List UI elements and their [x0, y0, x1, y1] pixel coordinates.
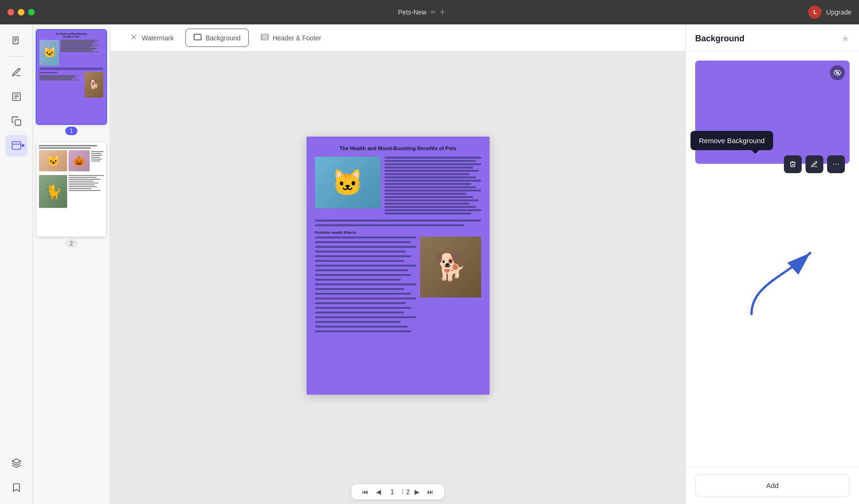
thumb-2-bot-img: 🐈: [39, 175, 67, 208]
sidebar-icons: [0, 24, 33, 504]
right-panel-footer: Add: [686, 466, 859, 504]
sidebar-item-pen[interactable]: [6, 61, 27, 83]
header-footer-tab-label: Header & Footer: [273, 34, 322, 42]
doc-health-text: [315, 237, 416, 334]
delete-background-button[interactable]: [784, 155, 802, 173]
close-button[interactable]: [8, 9, 14, 15]
page-1-thumbnail[interactable]: The Health and Mood-BoostingBenefits of …: [37, 30, 106, 135]
document-title: The Health and Mood-Boosting Benefits of…: [315, 145, 481, 152]
right-panel: Background ★ Remove Background: [685, 24, 859, 504]
top-toolbar: Watermark Background Hea: [110, 24, 685, 52]
toggle-visibility-button[interactable]: [830, 65, 845, 80]
titlebar-center: Pets-New ✏ +: [39, 7, 804, 18]
thumb-section-label: Possible Health Effects: [39, 72, 83, 74]
tab-background[interactable]: Background: [185, 29, 249, 47]
main-container: The Health and Mood-BoostingBenefits of …: [0, 24, 859, 504]
titlebar-right: L Upgrade: [808, 6, 851, 19]
action-buttons: [784, 155, 845, 173]
doc-cat-image: 🐱: [315, 157, 381, 208]
remove-background-tooltip: Remove Background: [690, 131, 773, 150]
sidebar-item-stack[interactable]: [6, 452, 27, 474]
health-effects-label: Possible Health Effects: [315, 230, 481, 235]
watermark-tab-icon: [130, 33, 138, 43]
sidebar-item-background[interactable]: [6, 135, 27, 156]
page-1-preview[interactable]: The Health and Mood-BoostingBenefits of …: [37, 30, 106, 124]
maximize-button[interactable]: [28, 9, 35, 15]
page-total: 2: [406, 488, 410, 496]
arrow-indicator: [723, 229, 817, 323]
right-panel-header: Background ★: [686, 24, 859, 51]
doc-main-row: 🐱: [315, 157, 481, 216]
right-panel-title: Background: [695, 34, 744, 44]
doc-dog-image: 🐕: [420, 237, 481, 298]
svg-rect-0: [13, 37, 18, 44]
sidebar-divider-1: [9, 56, 23, 57]
svg-rect-8: [15, 120, 21, 125]
sidebar-item-notes[interactable]: [6, 86, 27, 107]
edit-background-button[interactable]: [805, 155, 823, 173]
pagination-bar: ⏮ ◀ 1 / 2 ▶ ⏭: [110, 480, 685, 504]
sidebar-item-bookmark[interactable]: [6, 477, 27, 498]
pages-panel: The Health and Mood-BoostingBenefits of …: [33, 24, 110, 504]
thumb-text-lines: [61, 40, 103, 66]
page-number-input[interactable]: 1: [386, 488, 399, 496]
add-tab-icon[interactable]: +: [440, 7, 445, 18]
page-slash: /: [401, 488, 405, 496]
scientists-text: [315, 220, 481, 228]
background-preview-container: Remove Background: [695, 61, 850, 164]
user-avatar[interactable]: L: [808, 6, 821, 19]
page-next-button[interactable]: ▶: [412, 486, 422, 497]
header-footer-tab-icon: [261, 33, 269, 43]
background-preview: Remove Background: [695, 61, 850, 164]
background-tab-label: Background: [206, 34, 241, 42]
page-2-preview[interactable]: 🐱 🎃 🐈: [37, 143, 106, 237]
minimize-button[interactable]: [18, 9, 24, 15]
t2-line: [39, 147, 91, 149]
thumb-dog-image: 🐕: [84, 72, 103, 98]
page-prev-button[interactable]: ◀: [373, 486, 384, 497]
add-background-button[interactable]: Add: [695, 474, 850, 496]
svg-point-19: [836, 164, 836, 165]
t2-line: [39, 145, 97, 146]
thumb-2-img2: 🎃: [69, 150, 90, 171]
thumb-cat-image: 🐱: [39, 40, 59, 66]
divider-line: [39, 68, 103, 70]
document-page: The Health and Mood-Boosting Benefits of…: [307, 137, 490, 395]
more-options-button[interactable]: [827, 155, 845, 173]
doc-bottom-row: 🐕: [315, 237, 481, 334]
doc-intro-text: [384, 157, 481, 216]
thumb-1-title: The Health and Mood-BoostingBenefits of …: [39, 33, 103, 38]
traffic-lights: [8, 9, 35, 15]
page-1-number: 1: [65, 127, 78, 135]
tab-watermark[interactable]: Watermark: [122, 29, 182, 47]
page-2-number: 2: [65, 239, 78, 248]
svg-point-18: [833, 164, 834, 165]
document-title: Pets-New: [398, 8, 427, 16]
page-last-button[interactable]: ⏭: [424, 486, 437, 497]
favorite-button[interactable]: ★: [841, 33, 850, 44]
active-indicator: [22, 144, 24, 147]
sidebar-item-pages[interactable]: [6, 30, 27, 52]
watermark-tab-label: Watermark: [142, 34, 174, 42]
svg-rect-12: [194, 34, 201, 40]
page-2-thumbnail[interactable]: 🐱 🎃 🐈: [37, 143, 106, 248]
tooltip-text: Remove Background: [699, 137, 765, 145]
edit-title-icon[interactable]: ✏: [430, 8, 436, 16]
tab-header-footer[interactable]: Header & Footer: [253, 29, 330, 47]
svg-rect-13: [261, 34, 268, 40]
svg-point-20: [838, 164, 839, 165]
background-tab-icon: [193, 33, 202, 43]
right-panel-content: Remove Background: [686, 51, 859, 466]
editor-area: Watermark Background Hea: [110, 24, 685, 504]
upgrade-button[interactable]: Upgrade: [826, 8, 851, 16]
svg-rect-9: [12, 142, 20, 150]
thumb-2-img1: 🐱: [39, 150, 67, 171]
titlebar: Pets-New ✏ + L Upgrade: [0, 0, 859, 24]
sidebar-item-copy[interactable]: [6, 110, 27, 132]
document-canvas: The Health and Mood-Boosting Benefits of…: [110, 52, 685, 480]
page-first-button[interactable]: ⏮: [359, 486, 371, 497]
pagination-container: ⏮ ◀ 1 / 2 ▶ ⏭: [352, 484, 445, 499]
cat-face-emoji: 🐱: [315, 157, 381, 208]
